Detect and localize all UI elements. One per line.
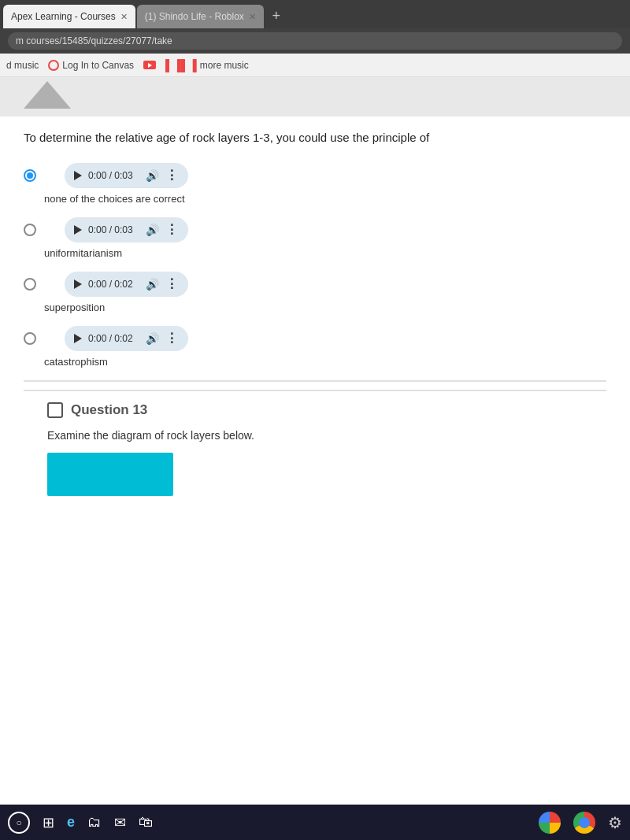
- bookmark-log-in-label: Log In to Canvas: [62, 60, 134, 71]
- tab-apex-label: Apex Learning - Courses: [11, 11, 116, 22]
- audio-more-4[interactable]: ⋮: [165, 331, 179, 346]
- question-12-text: To determine the relative age of rock la…: [24, 129, 606, 147]
- tab-shindo[interactable]: (1) Shindo Life - Roblox ✕: [137, 5, 264, 28]
- audio-more-2[interactable]: ⋮: [165, 222, 179, 237]
- answer-option-4: 0:00 / 0:02 🔊 ⋮ catastrophism: [24, 326, 606, 368]
- radio-btn-1[interactable]: [24, 169, 36, 182]
- audio-player-2: 0:00 / 0:03 🔊 ⋮: [65, 217, 188, 242]
- rock-layer-diagram: [47, 453, 173, 496]
- answer-label-3: superposition: [44, 302, 606, 313]
- answer-label-1: none of the choices are correct: [44, 193, 606, 205]
- radio-btn-3[interactable]: [24, 278, 36, 290]
- bookmark-youtube[interactable]: [143, 61, 156, 69]
- section-divider: [24, 380, 606, 382]
- taskbar-windows-icon[interactable]: ⊞: [43, 814, 54, 831]
- tab-apex-learning[interactable]: Apex Learning - Courses ✕: [3, 5, 135, 28]
- tab-shindo-close[interactable]: ✕: [249, 12, 256, 22]
- rock-layer-image: [24, 81, 71, 113]
- start-button[interactable]: ○: [8, 812, 30, 834]
- question-13-number: Question 13: [71, 402, 147, 418]
- address-input[interactable]: [8, 32, 622, 50]
- taskbar-chrome-icon[interactable]: [573, 812, 595, 834]
- question-box-icon: [47, 402, 63, 418]
- taskbar-store-icon[interactable]: 🛍: [139, 814, 153, 831]
- page-content: To determine the relative age of rock la…: [0, 77, 630, 805]
- taskbar-gear-icon[interactable]: ⚙: [608, 813, 622, 832]
- play-btn-1[interactable]: [74, 171, 82, 180]
- taskbar-mail-icon[interactable]: ✉: [114, 814, 126, 831]
- audio-more-3[interactable]: ⋮: [165, 276, 179, 291]
- bookmark-log-in-canvas[interactable]: Log In to Canvas: [48, 60, 134, 71]
- browser-frame: Apex Learning - Courses ✕ (1) Shindo Lif…: [0, 0, 630, 840]
- audio-player-1: 0:00 / 0:03 🔊 ⋮: [65, 163, 188, 188]
- audio-volume-2[interactable]: 🔊: [146, 224, 159, 236]
- bookmark-d-music[interactable]: d music: [6, 60, 39, 71]
- tab-shindo-label: (1) Shindo Life - Roblox: [145, 11, 244, 22]
- bookmark-more-music-label: more music: [200, 60, 249, 71]
- radio-row-3: 0:00 / 0:02 🔊 ⋮: [24, 272, 606, 297]
- radio-btn-4[interactable]: [24, 332, 36, 345]
- audio-volume-4[interactable]: 🔊: [146, 332, 159, 345]
- audio-time-4: 0:00 / 0:02: [88, 333, 133, 344]
- bookmark-more-music[interactable]: ▌▐▌▐ more music: [165, 59, 249, 72]
- audio-time-2: 0:00 / 0:03: [88, 224, 133, 235]
- play-btn-2[interactable]: [74, 225, 82, 235]
- image-strip: [0, 77, 630, 117]
- audio-volume-1[interactable]: 🔊: [146, 169, 159, 182]
- play-btn-4[interactable]: [74, 334, 82, 343]
- radio-row-1: 0:00 / 0:03 🔊 ⋮: [24, 163, 606, 188]
- play-btn-3[interactable]: [74, 279, 82, 289]
- radio-btn-2[interactable]: [24, 224, 36, 236]
- audio-time-3: 0:00 / 0:02: [88, 279, 133, 290]
- question-13-header: Question 13: [47, 402, 583, 418]
- bookmarks-bar: d music Log In to Canvas ▌▐▌▐ more music: [0, 54, 630, 77]
- taskbar-google-icon[interactable]: [539, 812, 561, 834]
- tab-apex-close[interactable]: ✕: [120, 12, 128, 22]
- question-13-text: Examine the diagram of rock layers below…: [47, 429, 583, 442]
- music-bar-icon: ▌▐▌▐: [165, 59, 197, 72]
- answer-option-3: 0:00 / 0:02 🔊 ⋮ superposition: [24, 272, 606, 313]
- answer-label-2: uniformitarianism: [44, 247, 606, 259]
- question-13-section: Question 13 Examine the diagram of rock …: [24, 390, 606, 507]
- radio-row-2: 0:00 / 0:03 🔊 ⋮: [24, 217, 606, 242]
- answer-label-4: catastrophism: [44, 356, 606, 368]
- audio-volume-3[interactable]: 🔊: [146, 278, 159, 290]
- tab-bar: Apex Learning - Courses ✕ (1) Shindo Lif…: [0, 0, 630, 28]
- youtube-icon: [143, 61, 156, 69]
- triangle-shape: [24, 81, 71, 109]
- canvas-icon: [48, 60, 59, 71]
- taskbar: ○ ⊞ e 🗂 ✉ 🛍 ⚙: [0, 805, 630, 840]
- taskbar-edge-icon[interactable]: e: [67, 814, 75, 831]
- bookmark-d-music-label: d music: [6, 60, 39, 71]
- answer-option-1: 0:00 / 0:03 🔊 ⋮ none of the choices are …: [24, 163, 606, 205]
- answer-option-2: 0:00 / 0:03 🔊 ⋮ uniformitarianism: [24, 217, 606, 259]
- audio-time-1: 0:00 / 0:03: [88, 170, 133, 181]
- new-tab-button[interactable]: +: [265, 5, 287, 27]
- address-bar: [0, 28, 630, 54]
- radio-row-4: 0:00 / 0:02 🔊 ⋮: [24, 326, 606, 351]
- audio-more-1[interactable]: ⋮: [165, 168, 179, 183]
- quiz-body: To determine the relative age of rock la…: [0, 117, 630, 805]
- taskbar-folder-icon[interactable]: 🗂: [87, 814, 102, 831]
- start-icon: ○: [16, 817, 21, 828]
- audio-player-4: 0:00 / 0:02 🔊 ⋮: [65, 326, 188, 351]
- audio-player-3: 0:00 / 0:02 🔊 ⋮: [65, 272, 188, 297]
